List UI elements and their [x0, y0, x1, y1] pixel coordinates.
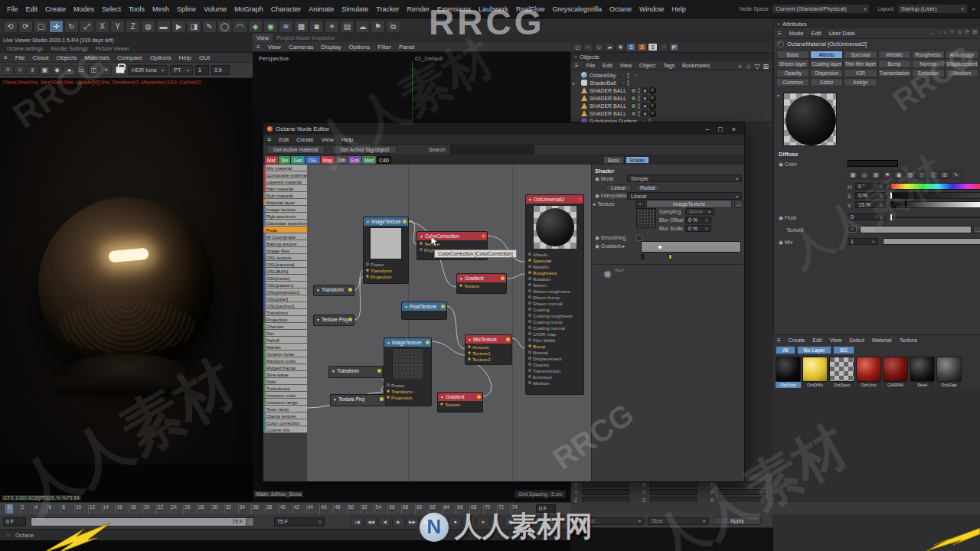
palette-item-hair-material[interactable]: Hair material	[263, 185, 307, 192]
attr-tab-transmission[interactable]: Transmission	[878, 69, 911, 77]
palette-item-float[interactable]: Float	[263, 227, 307, 233]
port-sheen[interactable]: Sheen	[526, 282, 583, 288]
menu-item-tracker[interactable]: Tracker	[372, 5, 403, 13]
viewport-menu-display[interactable]: Display	[317, 44, 345, 51]
visibility-dots[interactable]	[638, 103, 640, 109]
enabled-checkbox[interactable]	[620, 73, 626, 78]
sat-bar[interactable]	[890, 192, 980, 199]
node-oct-universal2[interactable]: ▼OctUniversal2 AlbedoSpecularMetallicRou…	[525, 194, 584, 395]
palette-item-osl-pattern-[interactable]: OSL[pattern]	[263, 282, 307, 289]
viewport-menu-view[interactable]: View	[264, 44, 285, 51]
visibility-dots[interactable]	[627, 72, 629, 78]
node-search-input[interactable]	[450, 145, 534, 154]
port-albedo[interactable]: Albedo	[526, 251, 583, 257]
samples-field[interactable]: 1	[195, 65, 209, 75]
material-tag-icon[interactable]	[649, 87, 656, 94]
record-keyframe-button[interactable]: ●	[449, 517, 462, 527]
object-row-0[interactable]: OctaneSky◔	[573, 71, 773, 79]
render-view-icon[interactable]: ▬	[156, 20, 171, 33]
render-settings-icon[interactable]: ◨	[187, 20, 201, 33]
palette-item-toon-ramp[interactable]: Toon ramp	[263, 406, 307, 412]
live-viewer-link-picture-viewer[interactable]: Picture Viewer	[92, 46, 133, 51]
coord-mode-select[interactable]: Object▾	[574, 517, 645, 525]
live-viewer-link-octane-settings[interactable]: Octane settings	[3, 46, 47, 51]
camera-icon[interactable]: ◙	[309, 20, 324, 33]
palette-item-color-correction[interactable]: Color correction	[263, 419, 307, 426]
lv-tool-icon-4[interactable]: ◆	[51, 65, 63, 76]
port-texture[interactable]: Texture	[438, 401, 482, 407]
val-bar[interactable]	[890, 201, 980, 208]
attr-tab-dispersion[interactable]: Dispersion	[810, 69, 843, 77]
mat-menu-view[interactable]: View	[826, 337, 845, 344]
redo-icon[interactable]: ⟳	[18, 20, 33, 33]
palette-item-gaussian-spectrum[interactable]: Gaussian spectrum	[263, 220, 307, 227]
get-active-tag-button[interactable]: Get Active tag/object	[332, 145, 397, 154]
material-tag-icon[interactable]	[649, 95, 656, 102]
node-transform-1[interactable]: ▼Transform	[313, 285, 354, 296]
attr-tab-common[interactable]: Common	[776, 78, 809, 86]
objects-menu-tags[interactable]: Tags	[659, 62, 678, 69]
attr-tab-specular[interactable]: Specular	[844, 51, 877, 59]
palette-item-osl-texture[interactable]: OSL texture	[263, 254, 307, 261]
search-icon[interactable]: ⌕	[972, 5, 975, 13]
enabled-checkbox[interactable]	[631, 111, 636, 116]
port-power[interactable]: Power	[384, 382, 431, 388]
visibility-dots[interactable]	[638, 87, 640, 93]
ne-tab-gen[interactable]: Gen	[291, 156, 305, 164]
timeline-ruler[interactable]: 0246810121416182022242628303234363840424…	[0, 502, 570, 514]
ne-menu-create[interactable]: Create	[292, 136, 318, 143]
node-space-select[interactable]: Current (Standard/Physical)▾	[772, 4, 870, 14]
hdr-tone-select[interactable]: HDR tone▾	[128, 65, 168, 75]
port-medium[interactable]: Medium	[526, 380, 583, 386]
ne-tab-oth[interactable]: Oth	[335, 156, 348, 164]
ne-tab-map[interactable]: Map	[321, 156, 335, 164]
palette-item-rgb-spectrum[interactable]: Rgb spectrum	[263, 213, 307, 220]
palette-item-instance-range[interactable]: Instance range	[263, 399, 307, 406]
lv-tool-icon-1[interactable]: ⌗	[15, 65, 26, 76]
lv-tool-icon-5[interactable]: ●	[64, 65, 75, 76]
mat-menu-material[interactable]: Material	[868, 337, 896, 344]
port-transform[interactable]: Transform	[384, 388, 431, 394]
mat-layer-no-layer[interactable]: No Layer	[797, 346, 832, 354]
live-viewer-link-render-settings[interactable]: Render Settings	[47, 46, 92, 51]
material-thumb-6[interactable]: OctGlas	[936, 357, 962, 388]
texture-swatch[interactable]: ▾	[848, 226, 857, 233]
port-texture1[interactable]: Texture1	[466, 350, 511, 356]
light-icon[interactable]: ☀	[325, 20, 339, 33]
hue-field[interactable]: 0 °⇅	[855, 183, 886, 190]
tree-expander[interactable]: ▸	[573, 80, 579, 86]
attr-tab-normal[interactable]: Normal	[912, 60, 945, 68]
axis-x-button[interactable]: X	[95, 20, 109, 33]
port-amount[interactable]: Amount	[466, 344, 511, 350]
enabled-checkbox[interactable]	[631, 88, 636, 93]
pen-icon[interactable]: ✎	[202, 20, 217, 33]
close-button[interactable]: ×	[727, 126, 740, 133]
mat-menu-create[interactable]: Create	[785, 337, 809, 344]
lv-menu-objects[interactable]: Objects	[52, 54, 80, 61]
attr-tab-emission[interactable]: Emission	[912, 69, 945, 77]
lv-menu-gui[interactable]: GUI	[195, 54, 214, 61]
port-normal[interactable]: Normal	[526, 349, 583, 355]
prev-key-button[interactable]: ◀◀	[364, 517, 377, 527]
panel-icon[interactable]: ⊞	[761, 63, 770, 70]
render-picture-icon[interactable]: ▶	[172, 20, 186, 33]
palette-item-sub-material[interactable]: Sub material	[263, 192, 307, 199]
port-emission[interactable]: Emission	[526, 373, 583, 380]
mat-menu-edit[interactable]: Edit	[808, 337, 825, 344]
port-1-ior-map[interactable]: 1/IOR map	[526, 331, 583, 337]
s-blue-icon[interactable]: S	[626, 43, 636, 51]
attr-icon-0[interactable]: ←	[929, 30, 937, 35]
palette-item-ridged-fractal[interactable]: Ridged fractal	[263, 364, 307, 371]
palette-item-instance-color[interactable]: Instance color	[263, 392, 307, 399]
visibility-dots[interactable]	[638, 95, 640, 101]
menu-item-greyscalegorilla[interactable]: Greyscalegorilla	[549, 5, 606, 13]
points-mode-icon[interactable]: ⁘	[583, 43, 593, 51]
port-transmission[interactable]: Transmission	[526, 367, 583, 373]
undo-icon[interactable]: ⟲	[3, 20, 18, 33]
prev-frame-button[interactable]: ◀	[378, 517, 391, 527]
hamburger-icon[interactable]: ≡	[571, 62, 583, 69]
field-icon[interactable]: ≋	[279, 20, 293, 33]
enabled-checkbox[interactable]	[620, 80, 626, 86]
lv-menu-options[interactable]: Options	[146, 54, 175, 61]
hamburger-icon[interactable]: ≡	[253, 44, 264, 51]
